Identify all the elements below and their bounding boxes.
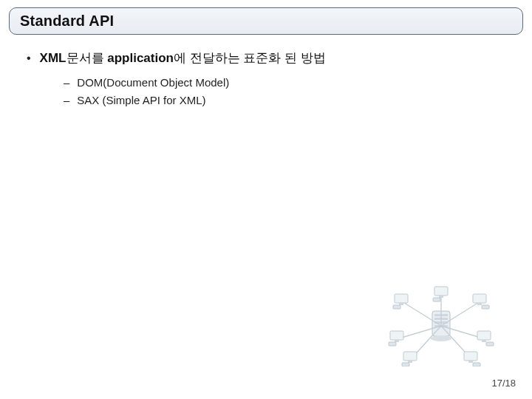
svg-rect-22 (390, 331, 403, 340)
svg-rect-16 (434, 287, 448, 296)
svg-rect-32 (468, 361, 473, 363)
main-bullet-text: XML문서를 application에 전달하는 표준화 된 방법 (40, 50, 326, 67)
svg-rect-29 (408, 361, 412, 363)
svg-rect-25 (477, 331, 491, 340)
network-illustration (386, 285, 497, 366)
main-bullet: • XML문서를 application에 전달하는 표준화 된 방법 (22, 50, 510, 67)
page-number: 17/18 (491, 378, 516, 389)
slide-content: • XML문서를 application에 전달하는 표준화 된 방법 – DO… (0, 35, 532, 109)
sub-item-1: SAX (Simple API for XML) (77, 92, 205, 109)
svg-rect-14 (399, 303, 403, 305)
dash-icon: – (64, 92, 69, 109)
svg-rect-17 (439, 296, 443, 298)
svg-rect-27 (486, 342, 494, 346)
svg-point-5 (431, 335, 451, 341)
bullet-icon: • (27, 50, 31, 67)
bold-xml: XML (40, 51, 66, 65)
svg-rect-15 (393, 305, 400, 309)
text-suffix: 에 전달하는 표준화 된 방법 (174, 51, 326, 65)
svg-rect-31 (464, 352, 477, 361)
text-mid1: 문서를 (66, 51, 108, 65)
dash-icon: – (64, 75, 69, 91)
svg-rect-24 (389, 342, 396, 346)
svg-rect-33 (473, 363, 480, 366)
sub-item-0: DOM(Document Object Model) (77, 75, 229, 91)
svg-rect-28 (403, 352, 417, 361)
svg-rect-18 (433, 298, 440, 301)
svg-rect-23 (395, 340, 399, 342)
bold-application: application (107, 51, 174, 65)
svg-rect-19 (473, 294, 486, 303)
slide-title-box: Standard API (9, 7, 523, 35)
slide-title: Standard API (20, 13, 512, 30)
svg-rect-20 (477, 303, 482, 305)
svg-rect-30 (402, 363, 409, 366)
list-item: – SAX (Simple API for XML) (64, 92, 510, 109)
svg-rect-13 (395, 294, 408, 303)
sub-bullet-list: – DOM(Document Object Model) – SAX (Simp… (64, 75, 510, 109)
list-item: – DOM(Document Object Model) (64, 75, 510, 91)
svg-rect-26 (482, 340, 486, 342)
svg-rect-21 (482, 305, 489, 309)
